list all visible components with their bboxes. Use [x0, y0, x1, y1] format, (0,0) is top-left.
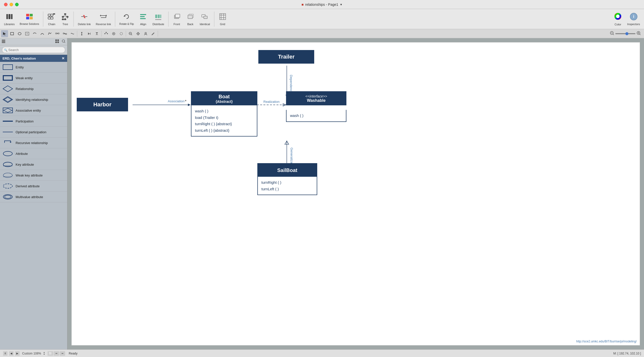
panel-search-icon[interactable] — [62, 39, 66, 44]
tree-icon — [61, 13, 69, 22]
browse-solutions-button[interactable]: Browse Solutions — [18, 12, 41, 26]
page-view-3[interactable]: ▪▪ — [60, 351, 65, 356]
panel-close-button[interactable]: ✕ — [62, 56, 65, 60]
zoom-stepper[interactable]: ▲ ▼ — [43, 351, 45, 355]
canvas[interactable]: Dependency Association * Realization Gen… — [71, 42, 640, 345]
align-button[interactable]: Align — [137, 12, 149, 27]
zoom-out-btn[interactable] — [127, 30, 134, 37]
identical-button[interactable]: Identical — [198, 12, 212, 27]
sailboat-methods-box[interactable]: turnRight ( ) turnLeft ( ) — [257, 177, 317, 195]
tree-button[interactable]: Tree — [59, 12, 71, 27]
zoom-slider[interactable] — [615, 33, 635, 34]
browse-icon — [25, 13, 33, 22]
svg-rect-44 — [188, 15, 192, 19]
rectangle-tool[interactable] — [9, 30, 16, 37]
page-view-controls: ⬜ ▪▪ ▪▪ — [48, 351, 65, 356]
back-button[interactable]: Back — [184, 12, 197, 27]
search-input[interactable] — [2, 47, 65, 53]
reverse-link-label: Reverse link — [96, 23, 111, 26]
pause-button[interactable]: ⏸ — [3, 351, 8, 356]
shape-item-participation[interactable]: Participation — [0, 116, 67, 127]
delete-link-button[interactable]: Delete link — [76, 12, 93, 27]
zoom-in-icon[interactable] — [636, 31, 641, 36]
shape-item-attribute[interactable]: Attribute — [0, 148, 67, 159]
orthogonal-tool[interactable] — [61, 30, 68, 37]
shape-item-weak-key-attribute[interactable]: Weak key attribute — [0, 170, 67, 181]
pen-tool[interactable] — [150, 30, 157, 37]
distribute-label: Distribute — [152, 23, 164, 26]
svg-marker-32 — [106, 15, 107, 17]
grid-button[interactable]: Grid — [216, 12, 229, 27]
shape-item-identifying-relationship[interactable]: Identifying relationship — [0, 94, 67, 105]
svg-rect-62 — [58, 33, 59, 34]
color-button[interactable]: Color — [612, 11, 624, 27]
participation-preview — [3, 117, 13, 125]
panel-grid-icon[interactable] — [55, 39, 59, 44]
text-tool[interactable]: T — [24, 30, 31, 37]
shape-item-associative-entity[interactable]: Associative entity — [0, 105, 67, 116]
shape-item-entity[interactable]: Entity — [0, 62, 67, 73]
distribute-button[interactable]: Distribute — [150, 12, 166, 27]
add-point-tool[interactable] — [110, 30, 117, 37]
washable-title-box[interactable]: <<interface>> Washable — [286, 91, 346, 105]
recursive-relationship-preview — [3, 139, 13, 147]
shape-item-key-attribute[interactable]: Key attribute — [0, 159, 67, 170]
chain-label: Chain — [48, 23, 55, 26]
reverse-link-button[interactable]: Reverse link — [94, 12, 113, 27]
divider-1 — [43, 12, 43, 27]
select-tool[interactable] — [1, 30, 8, 37]
maximize-button[interactable] — [15, 3, 19, 6]
front-label: Front — [174, 23, 180, 26]
svg-rect-51 — [220, 14, 226, 20]
page-view-1[interactable]: ⬜ — [48, 351, 53, 356]
shape-item-optional-participation[interactable]: Optional participation — [0, 127, 67, 138]
curve-tool[interactable] — [69, 30, 76, 37]
rotate-button[interactable]: Rotate & Flip — [117, 12, 136, 26]
svg-line-76 — [105, 32, 106, 34]
shape-item-multivalue-attribute[interactable]: Multivalue attribute — [0, 192, 67, 202]
boat-title-box[interactable]: Boat {Abstract} — [191, 91, 257, 105]
prev-page-button[interactable]: ◀ — [9, 351, 14, 356]
minimize-button[interactable] — [10, 3, 13, 6]
page-view-2[interactable]: ▪▪ — [54, 351, 59, 356]
next-page-button[interactable]: ▶ — [15, 351, 20, 356]
resize-v-tool[interactable] — [78, 30, 85, 37]
flip-v-tool[interactable] — [93, 30, 100, 37]
svg-rect-46 — [204, 16, 207, 19]
svg-line-82 — [131, 34, 132, 35]
grid-icon — [219, 13, 227, 22]
svg-marker-31 — [100, 15, 101, 17]
associative-entity-label: Associative entity — [16, 109, 41, 112]
inspectors-button[interactable]: i Inspectors — [625, 12, 642, 27]
oval-tool[interactable] — [16, 30, 23, 37]
url-link[interactable]: http://sce2.umkc.edu/BIT/burrise/pi/mode… — [576, 340, 637, 343]
chain-button[interactable]: Chain — [45, 12, 58, 27]
harbor-box[interactable]: Harbor — [77, 98, 128, 111]
libraries-button[interactable]: Libraries — [2, 12, 17, 27]
zoom-thumb[interactable] — [625, 32, 628, 35]
edit-points-tool[interactable] — [103, 30, 110, 37]
flip-h-tool[interactable] — [86, 30, 93, 37]
arc-tool[interactable] — [39, 30, 46, 37]
svg-rect-99 — [57, 41, 59, 43]
zoom-out-icon[interactable] — [610, 31, 614, 36]
shape-item-recursive-relationship[interactable]: Recursive relationship — [0, 138, 67, 148]
polyline-tool[interactable] — [46, 30, 53, 37]
remove-point-tool[interactable] — [118, 30, 125, 37]
shape-item-weak-entity[interactable]: Weak entity — [0, 73, 67, 83]
connector-tool[interactable] — [54, 30, 61, 37]
user-tool[interactable] — [142, 30, 149, 37]
pan-tool[interactable] — [135, 30, 142, 37]
close-button[interactable] — [4, 3, 8, 6]
panel-list-icon[interactable] — [2, 39, 6, 44]
shape-item-relationship[interactable]: Relationship — [0, 83, 67, 94]
line-tool[interactable] — [31, 30, 38, 37]
front-button[interactable]: Front — [171, 12, 183, 27]
washable-methods-box[interactable]: wash ( ) — [286, 110, 346, 122]
shape-item-derived-attribute[interactable]: Derived attribute — [0, 181, 67, 192]
trailer-box[interactable]: Trailer — [258, 50, 314, 64]
sailboat-title-box[interactable]: SailBoat — [257, 163, 317, 177]
secondary-toolbar: T — [0, 29, 644, 38]
boat-methods-box[interactable]: wash ( ) load (Trailer t) turnRight ( ) … — [191, 105, 257, 137]
zoom-down-arrow[interactable]: ▼ — [43, 353, 45, 355]
